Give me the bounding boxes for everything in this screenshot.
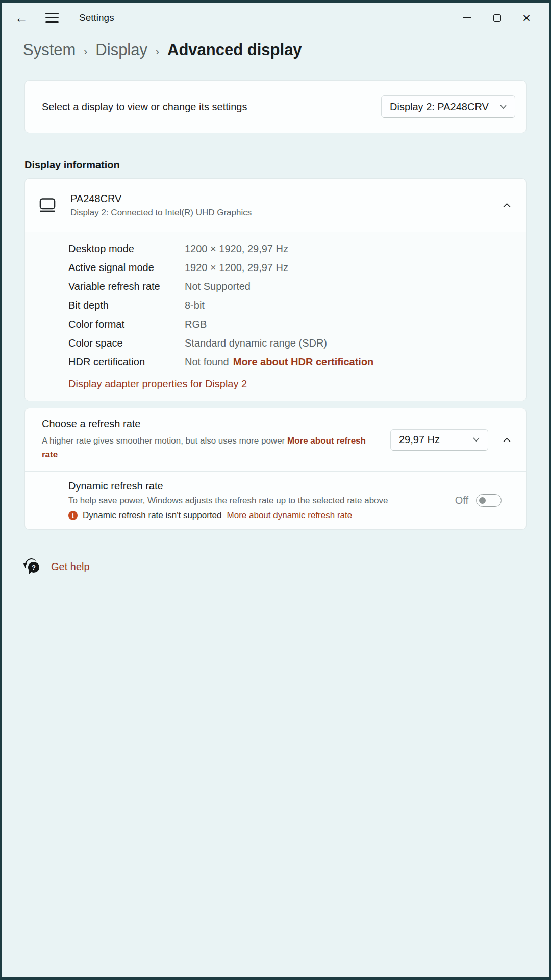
- chevron-up-icon[interactable]: [503, 203, 511, 208]
- breadcrumb: System › Display › Advanced display: [2, 33, 549, 59]
- display-selector-card: Select a display to view or change its s…: [24, 80, 527, 133]
- detail-row-variable-refresh-rate: Variable refresh rate Not Supported: [68, 277, 512, 296]
- display-information-expander-header[interactable]: PA248CRV Display 2: Connected to Intel(R…: [25, 179, 526, 232]
- more-about-dynamic-refresh-rate-link[interactable]: More about dynamic refresh rate: [227, 510, 353, 521]
- display-adapter-properties-link[interactable]: Display adapter properties for Display 2: [68, 378, 247, 390]
- get-help-link[interactable]: Get help: [51, 561, 90, 573]
- dynamic-refresh-rate-toggle-block: Off: [455, 494, 514, 507]
- breadcrumb-display[interactable]: Display: [95, 41, 147, 59]
- chevron-down-icon: [500, 105, 507, 109]
- hamburger-menu-icon[interactable]: [45, 13, 59, 23]
- detail-label: Desktop mode: [68, 243, 185, 255]
- detail-row-bit-depth: Bit depth 8-bit: [68, 296, 512, 315]
- help-bubble: ?: [28, 562, 39, 573]
- detail-label: Active signal mode: [68, 262, 185, 274]
- detail-value: Not found: [185, 356, 229, 368]
- chevron-right-icon: ›: [156, 43, 159, 57]
- detail-value: 1200 × 1920, 29,97 Hz: [185, 243, 288, 255]
- chevron-down-icon: [473, 437, 480, 442]
- dynamic-refresh-rate-title: Dynamic refresh rate: [68, 480, 405, 492]
- page-content: Select a display to view or change its s…: [2, 80, 549, 575]
- display-selector-label: Select a display to view or change its s…: [42, 101, 247, 113]
- device-name: PA248CRV: [70, 193, 252, 205]
- detail-label: Color space: [68, 337, 185, 349]
- hamburger-bar: [45, 21, 59, 23]
- dynamic-refresh-rate-warning-row: i Dynamic refresh rate isn't supported M…: [68, 510, 405, 521]
- detail-value: 8-bit: [185, 300, 205, 311]
- hamburger-bar: [45, 17, 59, 19]
- detail-row-active-signal-mode: Active signal mode 1920 × 1200, 29,97 Hz: [68, 258, 512, 277]
- refresh-rate-dropdown[interactable]: 29,97 Hz: [390, 429, 488, 451]
- display-selector-value: Display 2: PA248CRV: [390, 101, 489, 113]
- detail-label: Color format: [68, 318, 185, 330]
- detail-value: Standard dynamic range (SDR): [185, 337, 327, 349]
- dynamic-refresh-rate-warning-text: Dynamic refresh rate isn't supported: [83, 510, 222, 521]
- chevron-up-icon[interactable]: [503, 437, 511, 443]
- help-arrowhead: [23, 564, 27, 567]
- refresh-rate-controls: 29,97 Hz: [390, 429, 511, 451]
- toggle-state-label: Off: [455, 495, 468, 506]
- breadcrumb-system[interactable]: System: [23, 41, 76, 59]
- refresh-rate-value: 29,97 Hz: [399, 434, 440, 446]
- titlebar: ← Settings ✕: [2, 3, 549, 33]
- app-title: Settings: [79, 12, 114, 23]
- detail-label: Variable refresh rate: [68, 281, 185, 292]
- dynamic-refresh-rate-section: Dynamic refresh rate To help save power,…: [25, 471, 526, 529]
- refresh-rate-description: A higher rate gives smoother motion, but…: [42, 434, 372, 461]
- page-title: Advanced display: [167, 41, 302, 59]
- more-about-hdr-link[interactable]: More about HDR certification: [233, 356, 374, 368]
- minimize-icon: [463, 17, 471, 18]
- settings-window: ← Settings ✕ System › Display › Advanced…: [0, 0, 551, 980]
- detail-row-desktop-mode: Desktop mode 1200 × 1920, 29,97 Hz: [68, 239, 512, 258]
- display-selector-dropdown[interactable]: Display 2: PA248CRV: [381, 95, 515, 118]
- detail-value: RGB: [185, 318, 207, 330]
- get-help-row: ? Get help: [24, 558, 527, 575]
- refresh-rate-header: Choose a refresh rate A higher rate give…: [25, 408, 526, 471]
- detail-label: Bit depth: [68, 300, 185, 311]
- get-help-icon: ?: [24, 558, 41, 575]
- refresh-rate-description-text: A higher rate gives smoother motion, but…: [42, 436, 285, 446]
- maximize-button[interactable]: [482, 3, 512, 33]
- display-information-details: Desktop mode 1200 × 1920, 29,97 Hz Activ…: [25, 232, 526, 401]
- close-icon: ✕: [522, 13, 531, 23]
- display-information-card: PA248CRV Display 2: Connected to Intel(R…: [24, 178, 527, 401]
- chevron-right-icon: ›: [84, 43, 87, 57]
- dynamic-refresh-rate-description: To help save power, Windows adjusts the …: [68, 496, 405, 506]
- dynamic-refresh-rate-text: Dynamic refresh rate To help save power,…: [68, 480, 405, 521]
- maximize-icon: [493, 14, 501, 22]
- adapter-properties-row: Display adapter properties for Display 2: [68, 374, 512, 395]
- info-icon: i: [68, 511, 78, 520]
- dynamic-refresh-rate-toggle[interactable]: [476, 494, 502, 507]
- close-button[interactable]: ✕: [512, 3, 541, 33]
- detail-label: HDR certification: [68, 356, 185, 368]
- device-subtitle: Display 2: Connected to Intel(R) UHD Gra…: [70, 208, 252, 218]
- section-title-display-information: Display information: [24, 159, 527, 171]
- back-button[interactable]: ←: [15, 11, 28, 24]
- detail-value: Not Supported: [185, 281, 251, 292]
- detail-row-color-format: Color format RGB: [68, 315, 512, 334]
- window-controls: ✕: [453, 3, 549, 33]
- detail-row-color-space: Color space Standard dynamic range (SDR): [68, 334, 512, 353]
- detail-row-hdr-certification: HDR certification Not found More about H…: [68, 353, 512, 372]
- detail-value: 1920 × 1200, 29,97 Hz: [185, 262, 288, 274]
- device-text: PA248CRV Display 2: Connected to Intel(R…: [70, 193, 252, 218]
- minimize-button[interactable]: [453, 3, 482, 33]
- monitor-icon: [39, 198, 56, 213]
- refresh-rate-title: Choose a refresh rate: [42, 418, 372, 430]
- toggle-knob: [479, 497, 486, 504]
- refresh-rate-card: Choose a refresh rate A higher rate give…: [24, 408, 527, 530]
- refresh-rate-text: Choose a refresh rate A higher rate give…: [42, 418, 372, 461]
- hamburger-bar: [45, 13, 59, 14]
- question-mark-glyph: ?: [32, 564, 36, 571]
